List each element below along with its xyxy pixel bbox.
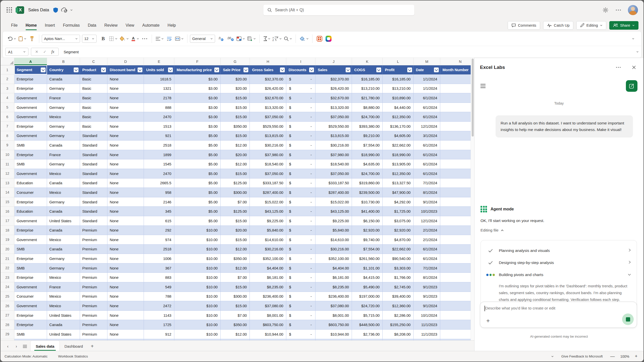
column-header-J[interactable]: J xyxy=(315,58,352,65)
cell[interactable]: $10.00 xyxy=(174,282,221,292)
cell[interactable]: $- xyxy=(286,84,315,94)
cell[interactable]: Education xyxy=(14,178,47,188)
cell[interactable]: $9,740.00 xyxy=(352,235,383,245)
cell[interactable]: Mexico xyxy=(47,112,80,122)
cell[interactable]: $5,840.00 xyxy=(315,226,352,235)
cell[interactable]: $5,840.00 xyxy=(250,226,286,235)
more-options-icon[interactable] xyxy=(615,7,621,13)
cell[interactable]: Enterprise xyxy=(14,150,47,160)
cell[interactable]: Premium xyxy=(80,292,107,301)
cell[interactable]: $- xyxy=(286,159,315,169)
cell[interactable]: $15.00 xyxy=(221,282,250,292)
agent-step-1[interactable]: Designing step-by-step analysis xyxy=(486,258,631,267)
cell[interactable]: $7,554.00 xyxy=(352,245,383,254)
cell[interactable]: $37,080.00 xyxy=(250,301,286,311)
cell[interactable]: Enterprise xyxy=(14,254,47,263)
cell[interactable]: 2470 xyxy=(144,169,174,178)
cell[interactable]: $24,700.00 xyxy=(352,169,383,178)
cell[interactable]: $16,185.00 xyxy=(352,74,383,84)
cell[interactable]: $1,725.00 xyxy=(383,207,414,216)
share-button[interactable]: Share xyxy=(609,21,638,30)
status-options-chevron-icon[interactable] xyxy=(551,355,554,358)
cell[interactable]: $2,920.00 xyxy=(352,226,383,235)
paste-button[interactable] xyxy=(17,34,27,44)
cell[interactable]: Basic xyxy=(80,93,107,103)
cell[interactable]: $15.00 xyxy=(221,216,250,226)
cell[interactable]: $10,730.00 xyxy=(352,197,383,207)
row-header-7[interactable]: 7 xyxy=(1,122,14,131)
row-header-15[interactable]: 15 xyxy=(1,197,14,207)
cell[interactable]: Canada xyxy=(47,207,80,216)
cell[interactable]: $- xyxy=(286,301,315,311)
cell[interactable]: Basic xyxy=(80,122,107,131)
cell[interactable]: $37,050.00 xyxy=(315,169,352,178)
row-header-4[interactable]: 4 xyxy=(1,93,14,103)
table-header-segment[interactable]: Segment xyxy=(14,65,47,74)
formula-input[interactable]: Segment xyxy=(62,48,636,56)
cell[interactable]: 12/1/2024 xyxy=(414,216,440,226)
status-item-1[interactable]: Workbook Statistics xyxy=(57,353,89,359)
cell[interactable]: 367 xyxy=(144,263,174,273)
table-header-month-number[interactable]: Month Number xyxy=(440,65,474,74)
cell[interactable]: Mexico xyxy=(47,235,80,245)
stop-generation-button[interactable] xyxy=(622,313,634,325)
cell[interactable]: $333,187.50 xyxy=(250,178,286,188)
merge-center-button[interactable] xyxy=(174,34,185,44)
cell[interactable]: $13,210.00 xyxy=(383,84,414,94)
cell[interactable]: Standard xyxy=(80,188,107,197)
conditional-formatting-button[interactable] xyxy=(235,34,246,44)
cell[interactable]: 1899 xyxy=(144,150,174,160)
cell[interactable]: $12.00 xyxy=(221,159,250,169)
cell[interactable]: $352,100.00 xyxy=(315,254,352,263)
cell[interactable]: $32,370.00 xyxy=(250,74,286,84)
cell[interactable]: $90,540.00 xyxy=(383,254,414,263)
cell[interactable]: $15,022.00 xyxy=(315,197,352,207)
cell[interactable]: Canada xyxy=(47,226,80,235)
filter-dropdown-icon[interactable] xyxy=(41,67,46,72)
cell[interactable]: 1/1/2024 xyxy=(414,74,440,84)
cell[interactable]: $287,400.00 xyxy=(315,188,352,197)
cell[interactable]: 6/1/2024 xyxy=(414,150,440,160)
cell[interactable]: $- xyxy=(286,245,315,254)
cell[interactable]: $13,320.00 xyxy=(250,103,286,112)
cell[interactable]: $14,610.00 xyxy=(250,235,286,245)
cell[interactable]: $6,181.00 xyxy=(315,273,352,282)
filter-dropdown-icon[interactable] xyxy=(138,67,142,72)
column-header-G[interactable]: G xyxy=(221,58,250,65)
cell[interactable]: 6 xyxy=(440,169,474,178)
cell[interactable]: Premium xyxy=(80,273,107,282)
cell[interactable]: 8 xyxy=(440,188,474,197)
cell[interactable]: Government xyxy=(14,282,47,292)
cell[interactable]: Germany xyxy=(47,84,80,94)
cell[interactable]: $16,185.00 xyxy=(383,74,414,84)
cancel-entry-button[interactable]: ✕ xyxy=(33,50,40,54)
font-size-select[interactable]: 12 xyxy=(82,35,97,43)
cell[interactable]: 2178 xyxy=(144,93,174,103)
feedback-link[interactable]: Give Feedback to Microsoft xyxy=(560,353,603,359)
cell[interactable]: $37,050.00 xyxy=(250,169,286,178)
table-header-gross-sales[interactable]: Gross Sales xyxy=(250,65,286,74)
cell[interactable]: $10.00 xyxy=(174,301,221,311)
cell[interactable]: $- xyxy=(286,112,315,122)
cell[interactable]: 1321 xyxy=(144,84,174,94)
cell[interactable]: 7/1/2024 xyxy=(414,178,440,188)
cell[interactable]: None xyxy=(107,122,144,131)
cell[interactable]: $- xyxy=(286,273,315,282)
cell[interactable]: 549 xyxy=(144,282,174,292)
cell[interactable]: $7.00 xyxy=(221,311,250,320)
cell[interactable]: $13,815.00 xyxy=(250,131,286,141)
cell[interactable]: $4,635.00 xyxy=(352,159,383,169)
cell[interactable]: $43,125.00 xyxy=(315,207,352,216)
cell[interactable]: $15,022.00 xyxy=(250,197,286,207)
cell[interactable]: Government xyxy=(14,301,47,311)
cell[interactable]: 2/1/2024 xyxy=(414,226,440,235)
cell[interactable]: None xyxy=(107,84,144,94)
cell[interactable]: Education xyxy=(14,207,47,216)
cell[interactable]: $13,210.00 xyxy=(352,84,383,94)
cell[interactable]: $5.00 xyxy=(174,178,221,188)
row-header-9[interactable]: 9 xyxy=(1,141,14,150)
cell[interactable]: Consumer xyxy=(14,188,47,197)
cell[interactable]: Canada xyxy=(47,320,80,330)
menu-item-help[interactable]: Help xyxy=(165,21,179,30)
column-header-I[interactable]: I xyxy=(286,58,315,65)
